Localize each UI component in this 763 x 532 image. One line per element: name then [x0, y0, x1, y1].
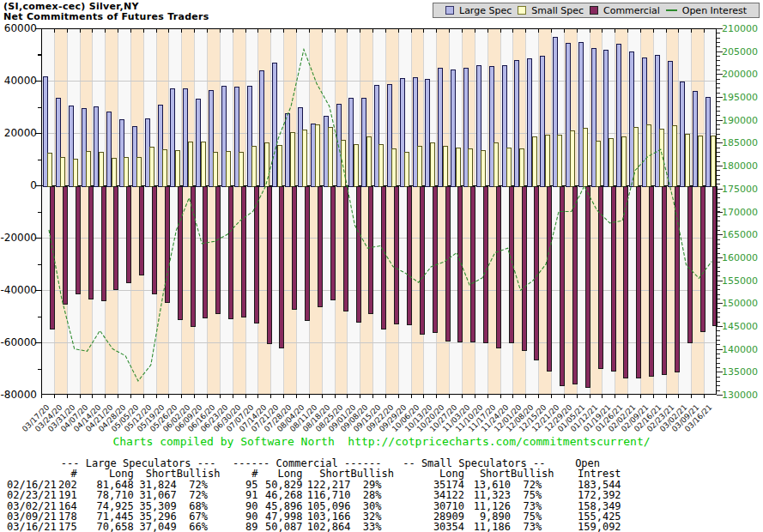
date-cell: 03/16/21: [7, 522, 57, 532]
value-cell: 78,710: [77, 490, 134, 500]
value-cell: 11,323: [464, 490, 511, 500]
y-axis-label-right: 145000: [722, 321, 758, 332]
value-cell: 50,087: [257, 522, 302, 532]
y-axis-label-right: 195000: [722, 92, 758, 103]
value-cell: 102,864: [302, 522, 350, 532]
footer-credit: Charts compiled by Software North http:/…: [0, 435, 763, 448]
col-header-Short: Short: [134, 469, 177, 479]
group-header: [7, 458, 57, 469]
value-cell: 11,186: [464, 522, 511, 532]
y-axis-label-left: 0: [0, 179, 37, 191]
value-cell: 31,067: [134, 490, 177, 500]
col-header-Short: Short: [302, 469, 350, 479]
cot-chart-page: (SI,comex-cec) Silver,NY Net Commitments…: [0, 0, 763, 532]
value-cell: 116,710: [302, 490, 350, 500]
y-axis-label-right: 165000: [722, 229, 758, 240]
bottom-axis-ticks: [41, 395, 717, 398]
col-header-Long: Long: [77, 469, 134, 479]
value-cell: 37,049: [134, 522, 177, 532]
value-cell: 34122: [394, 490, 464, 500]
table-row: 03/16/2117570,65837,04966%8950,087102,86…: [7, 522, 621, 532]
y-axis-label-right: 160000: [722, 252, 758, 263]
chart-area: 6000040000200000-20000-40000-60000-80000…: [0, 0, 763, 463]
col-header-Long: Long: [394, 469, 464, 479]
col-header-#: #: [220, 469, 257, 479]
value-cell: 72%: [177, 490, 221, 500]
col-header-Bullish: Bullish: [177, 469, 221, 479]
col-header-date: [7, 469, 57, 479]
y-axis-label-right: 155000: [722, 275, 758, 287]
cot-table: --- Large Speculators --------- Commerci…: [7, 458, 621, 532]
col-header-Short: Short: [464, 469, 511, 479]
value-cell: 73%: [511, 522, 554, 532]
y-axis-label-right: 135000: [722, 366, 758, 378]
value-cell: 91: [220, 490, 257, 500]
col-header-Intrest: Intrest: [554, 469, 621, 479]
value-cell: 33%: [350, 522, 394, 532]
col-header-Long: Long: [257, 469, 302, 479]
col-header-Bullish: Bullish: [350, 469, 394, 479]
y-axis-label-right: 130000: [722, 390, 758, 401]
col-header-#: #: [57, 469, 77, 479]
y-axis-label-right: 140000: [722, 344, 758, 355]
y-axis-label-left: 40000: [0, 75, 37, 87]
value-cell: 89: [220, 522, 257, 532]
value-cell: 159,092: [554, 522, 621, 532]
plot-border: [41, 28, 717, 395]
col-header-Bullish: Bullish: [511, 469, 554, 479]
y-axis-label-right: 180000: [722, 160, 758, 172]
y-axis-label-right: 205000: [722, 46, 758, 57]
value-cell: 70,658: [77, 522, 134, 532]
value-cell: 30354: [394, 522, 464, 532]
value-cell: 175: [57, 522, 77, 532]
y-axis-label-left: 60000: [0, 22, 37, 34]
date-cell: 02/23/21: [7, 490, 57, 500]
y-axis-label-right: 175000: [722, 184, 758, 195]
y-axis-label-right: 170000: [722, 207, 758, 218]
y-axis-label-left: -60000: [0, 336, 37, 348]
value-cell: 28%: [350, 490, 394, 500]
y-axis-label-left: 20000: [0, 127, 37, 139]
y-axis-label-left: -20000: [0, 232, 37, 244]
value-cell: 66%: [177, 522, 221, 532]
y-axis-label-left: -40000: [0, 284, 37, 296]
value-cell: 172,392: [554, 490, 621, 500]
y-axis-label-right: 200000: [722, 69, 758, 80]
y-axis-label-right: 150000: [722, 298, 758, 309]
value-cell: 75%: [511, 490, 554, 500]
y-axis-label-right: 185000: [722, 137, 758, 148]
y-axis-label-left: -80000: [0, 389, 37, 401]
y-axis-label-right: 190000: [722, 115, 758, 126]
table-row: 02/23/2119178,71031,06772%9146,268116,71…: [7, 490, 621, 500]
y-axis-label-right: 210000: [722, 23, 758, 34]
table-header-row: #LongShortBullish#LongShortBullishLongSh…: [7, 469, 621, 479]
value-cell: 191: [57, 490, 77, 500]
value-cell: 46,268: [257, 490, 302, 500]
